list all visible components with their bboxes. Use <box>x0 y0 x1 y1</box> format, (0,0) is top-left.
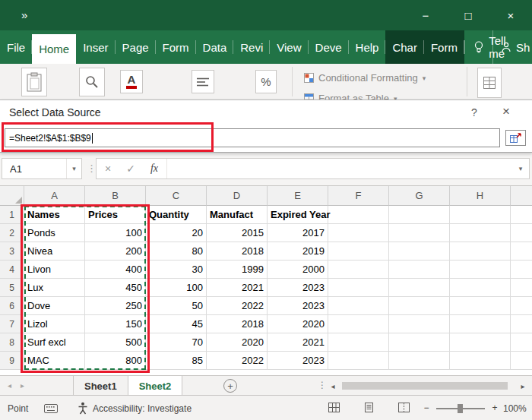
cell-a2[interactable]: Ponds <box>24 224 85 242</box>
cell-g9[interactable] <box>389 352 450 370</box>
cell-f4[interactable] <box>328 261 389 279</box>
cell-h4[interactable] <box>450 261 511 279</box>
cell-a3[interactable]: Nivea <box>24 242 85 261</box>
cell-a8[interactable]: Surf excl <box>24 333 85 352</box>
cell-h2[interactable] <box>450 224 511 242</box>
page-break-preview-button[interactable] <box>398 403 410 415</box>
cell-g6[interactable] <box>389 297 450 315</box>
ribbon-tab-help[interactable]: Help <box>349 30 386 64</box>
paste-button[interactable] <box>21 68 47 96</box>
cancel-button[interactable]: × <box>97 163 119 175</box>
zoom-out-button[interactable]: − <box>421 403 432 413</box>
cell-e3[interactable]: 2019 <box>268 242 328 261</box>
ribbon-tab-inser[interactable]: Inser <box>76 30 115 64</box>
sheet-nav-left-icon[interactable]: ◂ <box>8 381 11 390</box>
cell-e6[interactable]: 2023 <box>268 297 328 315</box>
cell-b4[interactable]: 400 <box>85 261 146 279</box>
formula-input[interactable] <box>166 159 512 178</box>
row-header-5[interactable]: 5 <box>0 279 24 297</box>
cell-b2[interactable]: 100 <box>85 224 146 242</box>
cell-d7[interactable]: 2018 <box>207 315 268 333</box>
dialog-help-button[interactable]: ? <box>467 106 482 118</box>
scroll-left-icon[interactable]: ◂ <box>327 382 339 390</box>
cell-g7[interactable] <box>389 315 450 333</box>
minimize-button[interactable]: − <box>404 0 447 30</box>
name-box-dropdown-icon[interactable]: ▾ <box>66 159 81 178</box>
cell-f1[interactable] <box>328 206 389 224</box>
cell-h9[interactable] <box>450 352 511 370</box>
zoom-level[interactable]: 100% <box>503 403 527 414</box>
scrollbar-track[interactable] <box>339 381 517 390</box>
cell-f7[interactable] <box>328 315 389 333</box>
new-sheet-button[interactable]: + <box>223 379 237 393</box>
row-header-2[interactable]: 2 <box>0 224 24 242</box>
cell-d4[interactable]: 1999 <box>207 261 268 279</box>
column-header-a[interactable]: A <box>24 186 85 206</box>
cell-c4[interactable]: 30 <box>146 261 207 279</box>
row-header-3[interactable]: 3 <box>0 242 24 261</box>
cell-g3[interactable] <box>389 242 450 261</box>
sheet-nav-right-icon[interactable]: ▸ <box>21 381 24 390</box>
cell-d5[interactable]: 2021 <box>207 279 268 297</box>
cell-d3[interactable]: 2018 <box>207 242 268 261</box>
insert-function-button[interactable]: fx <box>142 163 166 175</box>
cell-h6[interactable] <box>450 297 511 315</box>
column-header-c[interactable]: C <box>146 186 207 206</box>
cell-c3[interactable]: 80 <box>146 242 207 261</box>
ribbon-tab-revi[interactable]: Revi <box>233 30 270 64</box>
cell-c8[interactable]: 70 <box>146 333 207 352</box>
row-header-4[interactable]: 4 <box>0 261 24 279</box>
scrollbar-thumb[interactable] <box>342 382 508 390</box>
share-button[interactable]: Sh <box>492 30 532 64</box>
cell-h3[interactable] <box>450 242 511 261</box>
cell-e9[interactable]: 2023 <box>268 352 328 370</box>
cell-a5[interactable]: Lux <box>24 279 85 297</box>
column-header-e[interactable]: E <box>268 186 328 206</box>
format-as-table-button[interactable]: Format as Table ▾ <box>304 93 397 99</box>
cell-f9[interactable] <box>328 352 389 370</box>
cell-b5[interactable]: 450 <box>85 279 146 297</box>
cell-b7[interactable]: 150 <box>85 315 146 333</box>
align-left-button[interactable] <box>192 70 214 93</box>
cell-a6[interactable]: Dove <box>24 297 85 315</box>
cell-d2[interactable]: 2015 <box>207 224 268 242</box>
insert-cells-button[interactable] <box>477 68 502 98</box>
ribbon-tab-deve[interactable]: Deve <box>309 30 349 64</box>
ribbon-tab-char[interactable]: Char <box>385 30 424 64</box>
accessibility-status[interactable]: Accessibility: Investigate <box>93 403 192 414</box>
scroll-right-icon[interactable]: ▸ <box>517 382 529 390</box>
cell-h1[interactable] <box>450 206 511 224</box>
cell-b9[interactable]: 800 <box>85 352 146 370</box>
cell-e4[interactable]: 2000 <box>268 261 328 279</box>
cell-h5[interactable] <box>450 279 511 297</box>
accessibility-icon[interactable] <box>78 402 88 417</box>
cell-d1[interactable]: Manufact <box>207 206 268 224</box>
row-header-1[interactable]: 1 <box>0 206 24 224</box>
cell-b6[interactable]: 250 <box>85 297 146 315</box>
cell-f2[interactable] <box>328 224 389 242</box>
collapse-dialog-button[interactable] <box>505 130 526 146</box>
cell-e2[interactable]: 2017 <box>268 224 328 242</box>
cell-a4[interactable]: Livon <box>24 261 85 279</box>
ribbon-tab-form[interactable]: Form <box>156 30 196 64</box>
zoom-slider-thumb[interactable] <box>458 404 463 413</box>
cell-b3[interactable]: 200 <box>85 242 146 261</box>
quick-access-overflow-icon[interactable]: » <box>21 8 27 21</box>
sheet-tab-sheet2[interactable]: Sheet2 <box>128 376 183 396</box>
column-header-b[interactable]: B <box>85 186 146 206</box>
row-header-6[interactable]: 6 <box>0 297 24 315</box>
ribbon-tab-file[interactable]: File <box>0 30 32 64</box>
maximize-button[interactable]: □ <box>447 0 489 30</box>
cell-f8[interactable] <box>328 333 389 352</box>
keyboard-icon[interactable] <box>44 404 58 415</box>
ribbon-tab-home[interactable]: Home <box>32 34 76 64</box>
select-all-corner[interactable] <box>0 186 24 206</box>
cell-e1[interactable]: Expired Year <box>268 206 328 224</box>
cell-g5[interactable] <box>389 279 450 297</box>
ribbon-tab-data[interactable]: Data <box>196 30 234 64</box>
close-button[interactable]: × <box>489 0 532 30</box>
cell-h8[interactable] <box>450 333 511 352</box>
range-input[interactable]: =Sheet2!$A$1:$B$9 <box>5 128 500 147</box>
cell-f3[interactable] <box>328 242 389 261</box>
cell-e7[interactable]: 2020 <box>268 315 328 333</box>
